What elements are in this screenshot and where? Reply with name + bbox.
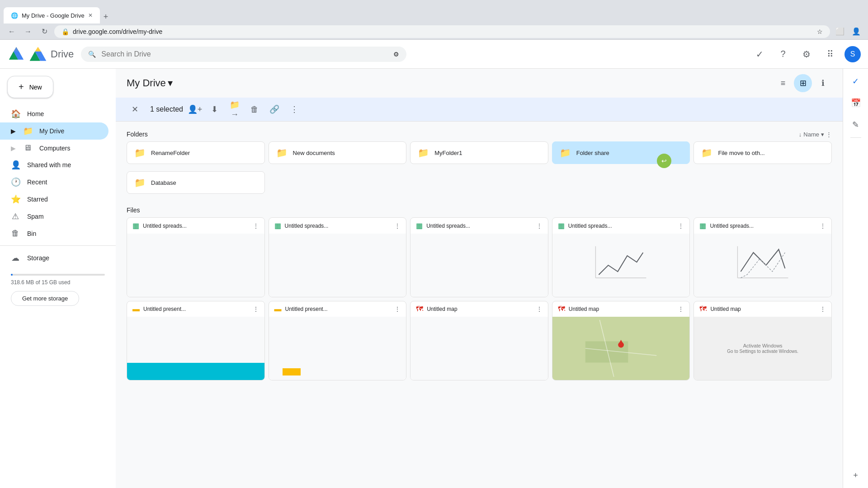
storage-bar-fill xyxy=(11,274,13,276)
my-drive-title-text: My Drive xyxy=(127,77,166,89)
tab-title: My Drive - Google Drive xyxy=(22,12,85,19)
file-name: Untitled map xyxy=(710,306,816,312)
file-spreadsheet-3[interactable]: ▦ Untitled spreads... ⋮ xyxy=(410,217,548,297)
folder-name: RenameFolder xyxy=(151,150,245,156)
file-menu-btn[interactable]: ⋮ xyxy=(536,222,542,230)
sidebar-item-computers[interactable]: ▶ 🖥 Computers xyxy=(0,140,108,156)
drive-logo-icon xyxy=(7,45,25,63)
get-more-storage-button[interactable]: Get more storage xyxy=(11,291,79,306)
sidebar-item-spam[interactable]: ⚠ Spam xyxy=(0,208,108,225)
reload-button[interactable]: ↻ xyxy=(38,25,51,38)
extensions-btn[interactable]: ⬜ xyxy=(834,25,846,38)
files-section-header: Files xyxy=(127,201,832,217)
file-spreadsheet-1[interactable]: ▦ Untitled spreads... ⋮ xyxy=(127,217,265,297)
deselect-button[interactable]: ✕ xyxy=(127,101,143,117)
file-menu-btn[interactable]: ⋮ xyxy=(820,305,826,313)
folder-file-move[interactable]: 📁 File move to oth... ⋮ xyxy=(693,141,832,164)
search-filter-icon[interactable]: ⚙ xyxy=(393,51,399,58)
search-input[interactable] xyxy=(101,50,388,58)
file-menu-btn[interactable]: ⋮ xyxy=(536,305,542,313)
delete-button[interactable]: 🗑 xyxy=(246,101,263,117)
add-person-button[interactable]: 👤+ xyxy=(187,101,203,117)
storage-section: 318.6 MB of 15 GB used Get more storage xyxy=(0,267,116,313)
address-bar[interactable]: 🔒 drive.google.com/drive/my-drive ☆ xyxy=(54,25,830,38)
file-preview-map3: Activate WindowsGo to Settings to activa… xyxy=(694,317,831,380)
file-name: Untitled map xyxy=(427,306,533,312)
folder-name: MyFolder1 xyxy=(434,150,528,156)
tasks-panel-btn[interactable]: 📅 xyxy=(847,94,865,112)
settings-icon-btn[interactable]: ⚙ xyxy=(797,45,816,63)
sidebar-item-starred[interactable]: ⭐ Starred xyxy=(0,191,108,208)
grid-view-button[interactable]: ⊞ xyxy=(794,74,812,92)
new-tab-button[interactable]: + xyxy=(100,10,112,23)
file-card-header: ▦ Untitled spreads... ⋮ xyxy=(694,218,831,234)
file-card-header: ▦ Untitled spreads... ⋮ xyxy=(552,218,690,234)
help-icon-btn[interactable]: ? xyxy=(774,45,792,63)
folder-icon-red: 📁 xyxy=(418,147,429,158)
support-icon-btn[interactable]: ✓ xyxy=(750,45,769,63)
selected-count-text: 1 selected xyxy=(150,105,183,113)
storage-bar-container xyxy=(11,274,105,276)
sidebar-label-shared: Shared with me xyxy=(27,161,71,169)
move-to-button[interactable]: 📁→ xyxy=(226,101,243,117)
file-spreadsheet-4[interactable]: ▦ Untitled spreads... ⋮ xyxy=(552,217,690,297)
user-avatar[interactable]: S xyxy=(844,46,861,62)
drive-logo-svg xyxy=(29,46,47,62)
file-menu-btn[interactable]: ⋮ xyxy=(394,305,401,313)
link-button[interactable]: 🔗 xyxy=(266,101,283,117)
folder-new-documents[interactable]: 📁 New documents ⋮ xyxy=(269,141,407,164)
sort-button[interactable]: ↓ Name ▾ ⋮ xyxy=(799,131,832,138)
sort-down-icon: ↓ xyxy=(799,131,802,138)
file-preview-map1 xyxy=(410,317,548,380)
title-dropdown-icon[interactable]: ▾ xyxy=(168,77,173,89)
folder-database[interactable]: 📁 Database ⋮ xyxy=(127,171,265,194)
sidebar-item-bin[interactable]: 🗑 Bin xyxy=(0,225,108,242)
file-spreadsheet-5[interactable]: ▦ Untitled spreads... ⋮ xyxy=(693,217,832,297)
sidebar-label-spam: Spam xyxy=(27,213,44,220)
notes-panel-btn[interactable]: ✎ xyxy=(847,116,865,134)
sidebar-item-shared[interactable]: 👤 Shared with me xyxy=(0,156,108,174)
file-menu-btn[interactable]: ⋮ xyxy=(678,305,684,313)
sidebar-item-storage[interactable]: ☁ Storage xyxy=(0,249,108,267)
file-card-header: 🗺 Untitled map ⋮ xyxy=(410,301,548,317)
file-menu-btn[interactable]: ⋮ xyxy=(253,222,259,230)
add-panel-btn[interactable]: + xyxy=(847,466,865,484)
more-options-button[interactable]: ⋮ xyxy=(286,101,302,117)
file-name: Untitled map xyxy=(569,306,675,312)
file-spreadsheet-2[interactable]: ▦ Untitled spreads... ⋮ xyxy=(269,217,407,297)
tab-close-btn[interactable]: ✕ xyxy=(88,12,93,19)
apps-icon-btn[interactable]: ⠿ xyxy=(821,45,839,63)
back-button[interactable]: ← xyxy=(5,25,18,38)
file-presentation-1[interactable]: ▬ Untitled present... ⋮ xyxy=(127,301,265,380)
new-button[interactable]: + New xyxy=(7,76,53,98)
plus-icon: + xyxy=(19,82,24,92)
info-button[interactable]: ℹ xyxy=(814,74,832,92)
folders-grid: 📁 RenameFolder ⋮ 📁 New documents ⋮ 📁 MyF… xyxy=(127,141,832,164)
sidebar-label-starred: Starred xyxy=(27,196,48,203)
chart-svg-2 xyxy=(708,240,818,291)
folder-myfolder1[interactable]: 📁 MyFolder1 ⋮ xyxy=(410,141,548,164)
folder-share[interactable]: 📁 Folder share ⋮ ↩ xyxy=(552,141,690,164)
list-view-button[interactable]: ≡ xyxy=(774,74,792,92)
file-card-header: ▦ Untitled spreads... ⋮ xyxy=(269,218,406,234)
sort-more-icon: ⋮ xyxy=(826,131,832,138)
folder-rename-folder[interactable]: 📁 RenameFolder ⋮ xyxy=(127,141,265,164)
file-map-2[interactable]: 🗺 Untitled map ⋮ xyxy=(552,301,690,380)
file-menu-btn[interactable]: ⋮ xyxy=(820,222,826,230)
file-map-3[interactable]: 🗺 Untitled map ⋮ Activate WindowsGo to S… xyxy=(693,301,832,380)
sidebar-item-my-drive[interactable]: ▶ 📁 My Drive xyxy=(0,122,108,140)
file-menu-btn[interactable]: ⋮ xyxy=(394,222,401,230)
file-menu-btn[interactable]: ⋮ xyxy=(253,305,259,313)
file-preview-pres2 xyxy=(269,317,406,380)
active-tab[interactable]: 🌐 My Drive - Google Drive ✕ xyxy=(4,7,100,23)
profile-btn[interactable]: 👤 xyxy=(850,25,863,38)
sidebar-item-recent[interactable]: 🕐 Recent xyxy=(0,174,108,191)
file-map-1[interactable]: 🗺 Untitled map ⋮ xyxy=(410,301,548,380)
download-button[interactable]: ⬇ xyxy=(207,101,223,117)
forward-button[interactable]: → xyxy=(22,25,34,38)
search-box[interactable]: 🔍 ⚙ xyxy=(81,47,406,62)
file-menu-btn[interactable]: ⋮ xyxy=(678,222,684,230)
file-presentation-2[interactable]: ▬ Untitled present... ⋮ xyxy=(269,301,407,380)
calendar-panel-btn[interactable]: ✓ xyxy=(847,72,865,90)
sidebar-item-home[interactable]: 🏠 Home xyxy=(0,105,108,122)
